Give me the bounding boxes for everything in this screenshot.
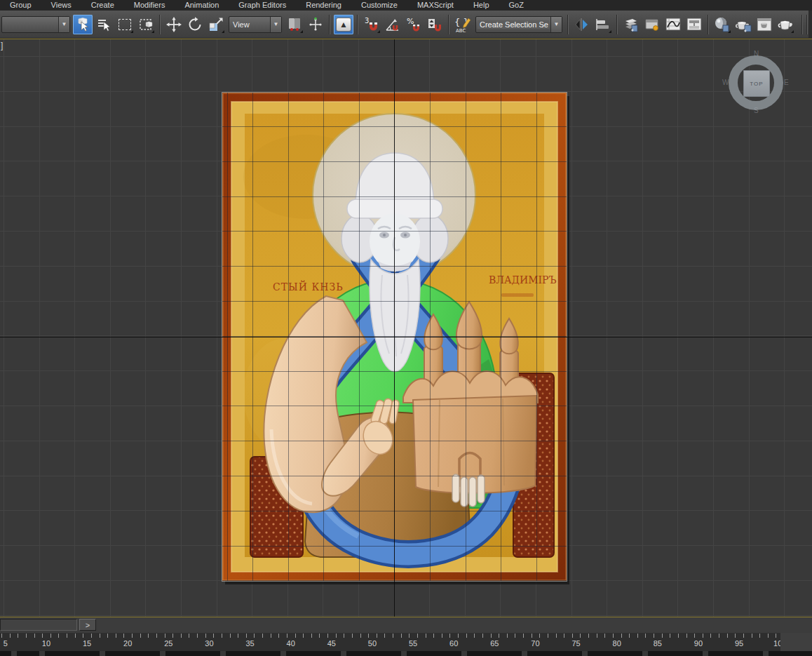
ruler-tick (491, 634, 492, 638)
viewcube-top-face[interactable]: TOP (743, 70, 770, 97)
world-axis-vertical (394, 39, 395, 617)
ruler-tick (710, 634, 711, 638)
ruler-tick (156, 634, 157, 638)
viewcube-west[interactable]: W (722, 79, 729, 86)
snap-toggle-3d-button[interactable]: 3 (362, 15, 381, 34)
snap-3d-icon: 3 (363, 16, 380, 33)
ruler-tick (311, 634, 312, 638)
menu-rendering[interactable]: Rendering (296, 0, 351, 11)
select-scale-button[interactable] (206, 15, 226, 34)
next-frame-button[interactable]: > (79, 619, 96, 631)
viewcube[interactable]: TOP N S W E (725, 52, 787, 114)
ruler-tick (588, 634, 589, 638)
ruler-tick (254, 634, 255, 638)
window-crossing-button[interactable] (136, 15, 156, 34)
ruler-tick (556, 634, 557, 638)
ruler-tick (662, 634, 663, 638)
frame-label: 65 (490, 639, 499, 648)
layer-manager-button[interactable] (621, 15, 641, 34)
ruler-tick (238, 634, 238, 638)
frame-label: 30 (205, 639, 213, 648)
mirror-button[interactable] (572, 15, 592, 34)
select-move-button[interactable] (164, 15, 184, 34)
menu-graph-editors[interactable]: Graph Editors (229, 0, 296, 11)
svg-text:%: % (407, 17, 414, 26)
viewcube-north[interactable]: N (754, 50, 759, 58)
select-by-name-icon (97, 18, 111, 32)
ruler-tick (678, 634, 679, 638)
reference-coordinate-dropdown[interactable]: View ▼ (229, 16, 282, 33)
ruler-tick (686, 634, 687, 638)
track-bar-row: > (0, 617, 812, 633)
frame-label: 75 (571, 639, 580, 648)
ruler-tick (482, 634, 483, 638)
render-setup-button[interactable] (733, 15, 753, 34)
rendered-frame-button[interactable] (755, 15, 774, 34)
select-rotate-button[interactable] (185, 15, 205, 34)
select-move-icon (166, 17, 182, 32)
select-object-button[interactable] (73, 15, 93, 34)
frame-label: 80 (613, 639, 621, 648)
menu-customize[interactable]: Customize (351, 0, 407, 11)
ruler-tick (34, 634, 35, 638)
ruler-tick (50, 634, 51, 638)
toolbar-separator (616, 15, 618, 34)
use-pivot-center-button[interactable] (285, 15, 304, 34)
menu-goz[interactable]: GoZ (499, 0, 534, 11)
toolbar-separator (159, 15, 161, 34)
select-manipulate-button[interactable] (306, 15, 325, 34)
layer-manager-icon (623, 16, 640, 33)
ruler-tick (515, 634, 515, 638)
named-selection-sets-button[interactable]: { } ABC (453, 15, 473, 34)
frame-label: 10 (42, 639, 50, 648)
ruler-tick (417, 634, 418, 638)
select-rotate-icon (187, 17, 203, 32)
time-slider-handle[interactable] (0, 619, 77, 631)
toolbar-separator (357, 15, 358, 34)
viewport-label[interactable]: ] (1, 41, 3, 51)
named-selection-set-dropdown[interactable]: Create Selection Se ▼ (475, 16, 562, 33)
curve-editor-button[interactable] (663, 15, 683, 34)
frame-label: 55 (409, 639, 417, 648)
menu-views[interactable]: Views (41, 0, 81, 11)
frame-label: 70 (531, 639, 539, 648)
ruler-tick (246, 634, 247, 638)
toolbar-separator (806, 15, 808, 34)
ruler-tick (401, 634, 402, 638)
percent-snap-button[interactable]: % (404, 15, 424, 34)
rectangular-selection-button[interactable] (115, 15, 135, 34)
frame-label: 20 (123, 639, 132, 648)
ruler-tick (466, 634, 467, 638)
menu-modifiers[interactable]: Modifiers (124, 0, 175, 11)
angle-snap-button[interactable] (383, 15, 402, 34)
ruler-tick (368, 634, 369, 638)
ruler-tick (442, 634, 442, 638)
svg-text:3: 3 (365, 17, 369, 25)
material-editor-button[interactable] (712, 15, 732, 34)
ruler-tick (352, 634, 353, 638)
align-button[interactable] (593, 15, 613, 34)
ruler-tick (580, 634, 581, 638)
named-selection-set-value: Create Selection Se (478, 20, 549, 29)
select-by-name-button[interactable] (94, 15, 114, 34)
ruler-tick (197, 634, 198, 638)
menu-group[interactable]: Group (0, 0, 41, 11)
menu-create[interactable]: Create (81, 0, 124, 11)
scene-explorer-button[interactable] (642, 15, 662, 34)
timeline-ruler[interactable]: 5101520253035404550556065707580859095100 (0, 633, 812, 656)
menu-maxscript[interactable]: MAXScript (407, 0, 463, 11)
reference-coordinate-value: View (229, 20, 270, 29)
spinner-snap-button[interactable] (425, 15, 445, 34)
schematic-view-button[interactable] (684, 15, 704, 34)
ruler-tick (768, 634, 769, 638)
viewport-top[interactable]: ] (0, 39, 812, 617)
viewcube-east[interactable]: E (784, 79, 789, 86)
selection-filter-dropdown[interactable]: ▼ (1, 16, 70, 33)
viewcube-south[interactable]: S (754, 107, 759, 114)
menu-animation[interactable]: Animation (175, 0, 229, 11)
render-production-button[interactable] (776, 15, 795, 34)
keyboard-override-button[interactable]: ▲ (334, 15, 353, 34)
menu-help[interactable]: Help (463, 0, 499, 11)
main-toolbar: ▼ (0, 11, 812, 39)
curve-editor-icon (665, 16, 682, 33)
